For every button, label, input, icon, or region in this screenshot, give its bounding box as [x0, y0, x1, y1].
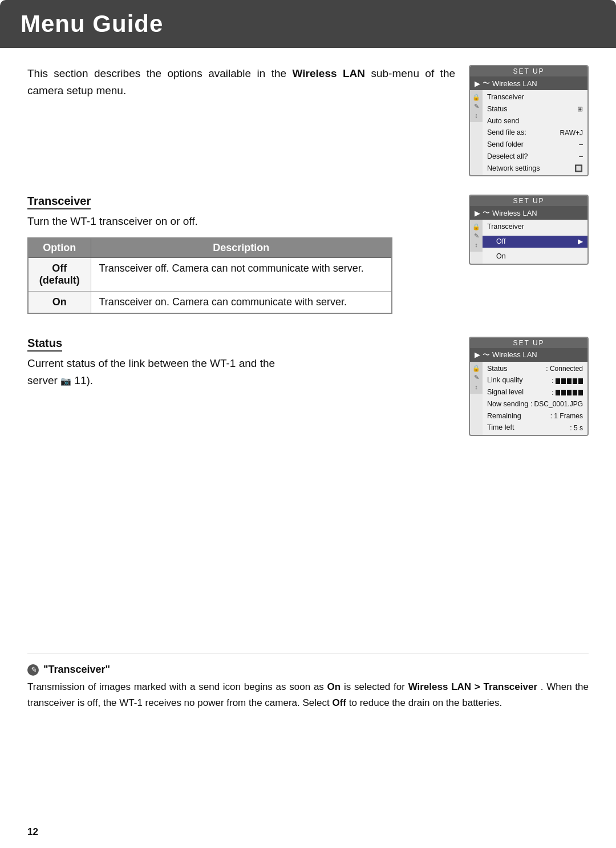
note-text: Transmission of images marked with a sen… — [27, 679, 589, 711]
status-row-signallevel: Signal level : — [483, 386, 587, 398]
status-section: Status Current status of the link betwee… — [27, 337, 589, 437]
intro-section: This section describes the options avail… — [27, 65, 589, 176]
note-bold1: On — [327, 681, 341, 692]
table-row-off: Off (default) Transceiver off. Camera ca… — [28, 257, 392, 291]
status-row-status: Status : Connected — [483, 363, 587, 375]
status-row-linkquality: Link quality : — [483, 374, 587, 386]
transceiver-left: Transceiver Turn the WT-1 transceiver on… — [27, 195, 455, 318]
spacer — [27, 459, 589, 641]
option-on-desc: Transceiver on. Camera can communicate w… — [91, 291, 392, 313]
note-header: ✎ "Transceiver" — [27, 664, 589, 676]
col-description: Description — [91, 238, 392, 258]
menu-title-2: SET UP — [470, 196, 587, 206]
menu-row-status: Status ⊞ — [483, 103, 587, 115]
menu-body-1: 🔒 ✎ ↕ Transceiver Status ⊞ Auto send — [470, 90, 587, 175]
menu-header-label-1: Wireless LAN — [492, 79, 537, 88]
menu-header-2: ▶ 〜 Wireless LAN — [470, 206, 587, 220]
menu-row-transceiver: Transceiver — [483, 91, 587, 103]
menu-rows-1: Transceiver Status ⊞ Auto send Send file… — [483, 90, 587, 175]
menu-side-icons-1: 🔒 ✎ ↕ — [470, 90, 483, 122]
menu-header-label-3: Wireless LAN — [492, 350, 537, 359]
intro-text: This section describes the options avail… — [27, 65, 455, 100]
intro-bold: Wireless LAN — [293, 67, 365, 79]
wifi-icon-3: 〜 — [483, 350, 490, 360]
note-text1: Transmission of images marked with a sen… — [27, 681, 324, 692]
status-heading: Status — [27, 337, 62, 352]
side-icon-arrow-2: ↕ — [472, 240, 481, 249]
page-number: 12 — [27, 826, 38, 838]
transceiver-sub-rows: Transceiver Off ▶ On — [483, 220, 587, 263]
menu-title-3: SET UP — [470, 338, 587, 348]
page-header: Menu Guide — [0, 0, 616, 48]
side-icon-arrow: ↕ — [472, 111, 481, 120]
option-off: Off — [52, 263, 67, 274]
note-pencil-icon: ✎ — [27, 664, 39, 676]
table-row-on: On Transceiver on. Camera can communicat… — [28, 291, 392, 313]
side-icon-pencil-3: ✎ — [472, 373, 481, 382]
setup-menu-1: SET UP ▶ 〜 Wireless LAN 🔒 ✎ ↕ Transceive… — [469, 65, 589, 176]
menu-row-deselectall: Deselect all? – — [483, 151, 587, 163]
intro-text1: This section describes the options avail… — [27, 67, 286, 79]
side-icon-lock: 🔒 — [472, 92, 481, 102]
setup-menu-3: SET UP ▶ 〜 Wireless LAN 🔒 ✎ ↕ Status : C… — [469, 337, 589, 437]
menu-arrow-icon-2: ▶ — [475, 209, 480, 217]
status-row-timeleft: Time left : 5 s — [483, 422, 587, 434]
wifi-icon: 〜 — [483, 78, 490, 88]
option-off-desc: Transceiver off. Camera can not communic… — [91, 257, 392, 291]
page-title: Menu Guide — [21, 10, 595, 38]
option-off-row: Off ▶ — [483, 236, 587, 248]
menu-arrow-icon: ▶ — [475, 79, 480, 88]
note-bold2: Wireless LAN > Transceiver — [408, 681, 537, 692]
side-icon-lock-3: 🔒 — [472, 364, 481, 373]
note-bold3: Off — [332, 697, 346, 708]
side-icon-arrow-3: ↕ — [472, 382, 481, 391]
menu-header-label-2: Wireless LAN — [492, 209, 537, 217]
transceiver-menu-body: 🔒 ✎ ↕ Transceiver Off ▶ On — [470, 220, 587, 263]
menu-arrow-icon-3: ▶ — [475, 350, 480, 359]
option-table: Option Description Off (default) Transce… — [27, 237, 392, 314]
side-icon-pencil-2: ✎ — [472, 231, 481, 240]
note-text4: to reduce the drain on the batteries. — [349, 697, 502, 708]
transceiver-heading: Transceiver — [27, 195, 91, 209]
status-left: Status Current status of the link betwee… — [27, 337, 455, 397]
wifi-icon-2: 〜 — [483, 208, 490, 218]
menu-side-icons-2: 🔒 ✎ ↕ — [470, 220, 483, 252]
side-icon-lock-2: 🔒 — [472, 222, 481, 231]
menu-header-1: ▶ 〜 Wireless LAN — [470, 76, 587, 90]
option-on-row: On — [483, 251, 587, 263]
status-desc2: server 📷 11). — [27, 374, 93, 386]
menu-side-icons-3: 🔒 ✎ ↕ — [470, 362, 483, 394]
transceiver-desc: Turn the WT-1 transceiver on or off. — [27, 213, 455, 230]
status-desc1: Current status of the link between the W… — [27, 357, 275, 369]
setup-menu-2: SET UP ▶ 〜 Wireless LAN 🔒 ✎ ↕ Transceive… — [469, 195, 589, 264]
note-text2: is selected for — [344, 681, 408, 692]
menu-header-3: ▶ 〜 Wireless LAN — [470, 348, 587, 362]
option-on: On — [52, 296, 67, 308]
status-row-remaining: Remaining : 1 Frames — [483, 410, 587, 422]
note-section: ✎ "Transceiver" Transmission of images m… — [27, 653, 589, 711]
status-menu-rows: Status : Connected Link quality : Signal… — [483, 362, 587, 435]
transceiver-sublabel: Transceiver — [483, 221, 587, 233]
menu-title-1: SET UP — [470, 66, 587, 76]
menu-row-sendfileas: Send file as: RAW+J — [483, 127, 587, 139]
side-icon-pencil: ✎ — [472, 102, 481, 111]
status-row-nowsending: Now sending : DSC_0001.JPG — [483, 398, 587, 410]
menu-row-sendfolder: Send folder – — [483, 139, 587, 151]
status-menu-body: 🔒 ✎ ↕ Status : Connected Link quality : … — [470, 362, 587, 435]
status-desc: Current status of the link between the W… — [27, 355, 455, 390]
menu-row-autosend: Auto send — [483, 115, 587, 127]
menu-row-networksettings: Network settings 🔲 — [483, 163, 587, 175]
option-off-sub: (default) — [39, 274, 80, 286]
col-option: Option — [28, 238, 91, 258]
note-title: "Transceiver" — [43, 664, 110, 676]
transceiver-section: Transceiver Turn the WT-1 transceiver on… — [27, 195, 589, 318]
